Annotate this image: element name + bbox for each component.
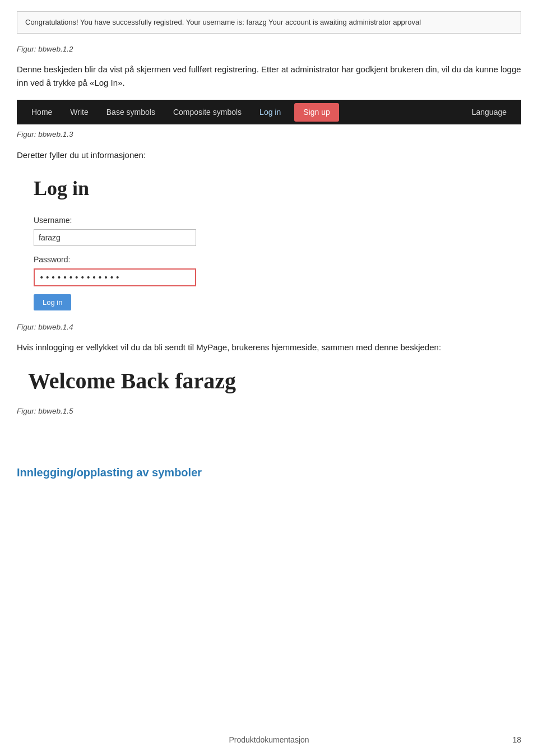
spacer bbox=[17, 425, 521, 447]
paragraph-2: Deretter fyller du ut informasjonen: bbox=[17, 149, 521, 162]
footer: Produktdokumentasjon bbox=[0, 734, 538, 746]
username-input[interactable] bbox=[34, 229, 196, 246]
section-heading: Innlegging/opplasting av symboler bbox=[17, 464, 521, 481]
password-input[interactable] bbox=[34, 268, 196, 286]
page-number: 18 bbox=[512, 734, 521, 746]
paragraph-3: Hvis innlogging er vellykket vil du da b… bbox=[17, 341, 521, 354]
alert-text: Congratulations! You have successfully r… bbox=[25, 18, 421, 26]
page: Congratulations! You have successfully r… bbox=[0, 0, 538, 756]
nav-composite-symbols[interactable]: Composite symbols bbox=[164, 100, 251, 124]
nav-language[interactable]: Language bbox=[463, 100, 516, 124]
figure1-caption: Figur: bbweb.1.2 bbox=[17, 44, 521, 55]
paragraph-1: Denne beskjeden blir da vist på skjermen… bbox=[17, 63, 521, 90]
nav-home[interactable]: Home bbox=[22, 100, 61, 124]
alert-box: Congratulations! You have successfully r… bbox=[17, 11, 521, 34]
login-title: Log in bbox=[34, 173, 521, 203]
footer-center-text: Produktdokumentasjon bbox=[229, 734, 309, 746]
welcome-heading: Welcome Back farazg bbox=[28, 364, 521, 398]
password-label: Password: bbox=[34, 254, 521, 266]
nav-write[interactable]: Write bbox=[61, 100, 97, 124]
nav-signup[interactable]: Sign up bbox=[294, 103, 338, 122]
figure4-caption: Figur: bbweb.1.5 bbox=[17, 406, 521, 417]
figure2-caption: Figur: bbweb.1.3 bbox=[17, 129, 521, 140]
nav-base-symbols[interactable]: Base symbols bbox=[98, 100, 164, 124]
nav-bar: Home Write Base symbols Composite symbol… bbox=[17, 100, 521, 124]
figure3-caption: Figur: bbweb.1.4 bbox=[17, 322, 521, 333]
username-label: Username: bbox=[34, 215, 521, 226]
login-button[interactable]: Log in bbox=[34, 294, 71, 310]
login-form-area: Log in Username: Password: Log in bbox=[34, 173, 521, 310]
nav-login[interactable]: Log in bbox=[251, 100, 290, 124]
